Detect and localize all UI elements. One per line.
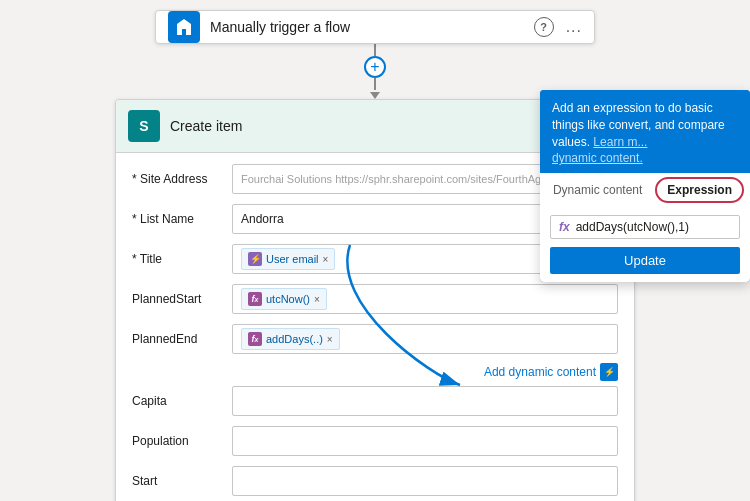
adddays-token: fx addDays(..) × [241, 328, 340, 350]
update-button[interactable]: Update [550, 247, 740, 274]
user-email-token-label: User email [266, 253, 319, 265]
start-input[interactable] [232, 466, 618, 496]
site-address-label: * Site Address [132, 172, 232, 186]
expression-dynamic-content-link[interactable]: dynamic content. [552, 151, 643, 165]
expression-input-row[interactable]: fx addDays(utcNow(),1) [550, 215, 740, 239]
adddays-token-close[interactable]: × [327, 334, 333, 345]
planned-start-label: PlannedStart [132, 292, 232, 306]
user-email-token-close[interactable]: × [323, 254, 329, 265]
trigger-title: Manually trigger a flow [210, 19, 534, 35]
connector-line-bottom [374, 78, 376, 90]
planned-end-row: PlannedEnd fx addDays(..) × [132, 323, 618, 355]
planned-start-input[interactable]: fx utcNow() × [232, 284, 618, 314]
population-input[interactable] [232, 426, 618, 456]
expression-body: fx addDays(utcNow(),1) Update [540, 207, 750, 282]
population-row: Population [132, 425, 618, 457]
trigger-help-icon[interactable]: ? [534, 17, 554, 37]
trigger-card: Manually trigger a flow ? ... [155, 10, 595, 44]
expression-value: addDays(utcNow(),1) [576, 220, 689, 234]
start-label: Start [132, 474, 232, 488]
utcnow-token-icon: fx [248, 292, 262, 306]
utcnow-token-close[interactable]: × [314, 294, 320, 305]
planned-end-label: PlannedEnd [132, 332, 232, 346]
capita-label: Capita [132, 394, 232, 408]
connector-arrow [370, 92, 380, 99]
adddays-token-icon: fx [248, 332, 262, 346]
user-email-token-icon: ⚡ [248, 252, 262, 266]
title-label: * Title [132, 252, 232, 266]
fx-icon-label: fx [559, 220, 570, 234]
action-icon: S [128, 110, 160, 142]
utcnow-token: fx utcNow() × [241, 288, 327, 310]
site-address-value: Fourchai Solutions https://sphr.sharepoi… [241, 173, 572, 185]
planned-end-input[interactable]: fx addDays(..) × [232, 324, 618, 354]
trigger-card-icons: ? ... [534, 17, 582, 37]
add-dynamic-link[interactable]: Add dynamic content [484, 365, 596, 379]
adddays-token-label: addDays(..) [266, 333, 323, 345]
population-label: Population [132, 434, 232, 448]
capita-row: Capita [132, 385, 618, 417]
expression-panel-header: Add an expression to do basic things lik… [540, 90, 750, 173]
add-dynamic-row: Add dynamic content ⚡ [132, 363, 618, 381]
start-row: Start [132, 465, 618, 497]
expression-tabs: Dynamic content Expression [540, 173, 750, 207]
expression-learn-more-link[interactable]: Learn m... [593, 135, 647, 149]
expression-panel: Add an expression to do basic things lik… [540, 90, 750, 282]
connector: + [360, 44, 390, 99]
planned-start-row: PlannedStart fx utcNow() × [132, 283, 618, 315]
dynamic-icon-badge: ⚡ [600, 363, 618, 381]
list-name-value: Andorra [241, 212, 284, 226]
trigger-icon [168, 11, 200, 43]
trigger-ellipsis[interactable]: ... [566, 18, 582, 36]
list-name-label: * List Name [132, 212, 232, 226]
tab-expression[interactable]: Expression [655, 177, 744, 203]
flow-canvas: Manually trigger a flow ? ... + S Create… [0, 0, 750, 501]
trigger-svg-icon [174, 17, 194, 37]
capita-input[interactable] [232, 386, 618, 416]
action-title: Create item [170, 118, 574, 134]
tab-dynamic-content[interactable]: Dynamic content [540, 175, 655, 205]
user-email-token: ⚡ User email × [241, 248, 335, 270]
add-step-button[interactable]: + [364, 56, 386, 78]
utcnow-token-label: utcNow() [266, 293, 310, 305]
connector-line-top [374, 44, 376, 56]
